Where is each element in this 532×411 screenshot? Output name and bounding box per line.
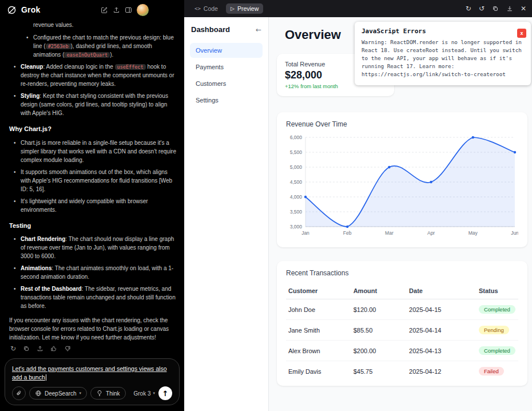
- cell-customer: Jane Smith: [286, 320, 351, 341]
- upload-icon[interactable]: [37, 345, 43, 352]
- close-icon[interactable]: ✕: [521, 5, 526, 13]
- deepsearch-button[interactable]: DeepSearch ▾: [29, 387, 87, 400]
- svg-text:May: May: [469, 230, 478, 236]
- svg-text:3,000: 3,000: [290, 224, 303, 230]
- revenue-chart: 6,0005,5005,0004,5004,0003,5003,000JanFe…: [286, 133, 518, 239]
- error-panel-title: JavaScript Errors: [362, 27, 524, 35]
- thumbs-down-icon[interactable]: [64, 345, 71, 352]
- composer-input[interactable]: Let's add the payments customers and set…: [12, 365, 172, 382]
- status-badge: Failed: [479, 367, 504, 376]
- grok-chat-panel: Grok revenue values.•Configured the char…: [0, 0, 184, 411]
- app-root: Grok revenue values.•Configured the char…: [0, 0, 532, 411]
- chat-block: Testing: [9, 221, 176, 231]
- collapse-sidebar-icon[interactable]: ←: [256, 26, 261, 34]
- chat-block: •It supports smooth animations out of th…: [14, 168, 176, 193]
- transactions-title: Recent Transactions: [286, 269, 518, 277]
- grok-header: Grok: [0, 0, 184, 19]
- svg-text:6,000: 6,000: [290, 135, 303, 140]
- composer-toolbar: DeepSearch ▾ Think Grok 3 ▾ ↑: [12, 386, 172, 400]
- share-icon[interactable]: [113, 6, 120, 14]
- workbench-panel: <> Code ▷ Preview ↻ ↺ ✕: [184, 0, 532, 411]
- composer: Let's add the payments customers and set…: [5, 358, 180, 405]
- preview-sidebar-nav: OverviewPaymentsCustomersSettings: [190, 43, 263, 108]
- assistant-message: revenue values.•Configured the chart to …: [0, 19, 184, 342]
- column-header: Customer: [286, 283, 351, 299]
- panel-toggle-icon[interactable]: [125, 6, 132, 14]
- table-row: Jane Smith$85.502025-04-14Pending: [286, 320, 518, 341]
- play-icon: ▷: [231, 6, 235, 11]
- cell-date: 2025-04-15: [407, 299, 477, 320]
- user-avatar[interactable]: [137, 4, 149, 16]
- cell-status: Completed: [477, 341, 518, 361]
- chat-block: •Animations: The chart animates smoothly…: [14, 264, 176, 281]
- preview-tab-label: Preview: [237, 5, 259, 12]
- cell-date: 2025-04-13: [407, 341, 477, 361]
- chat-block: •It's lightweight and widely compatible …: [14, 197, 176, 214]
- chat-blocks: revenue values.•Configured the chart to …: [9, 21, 176, 342]
- transactions-table: CustomerAmountDateStatus John Doe$120.00…: [286, 283, 518, 381]
- cell-customer: Emily Davis: [286, 361, 351, 382]
- chat-block: •Configured the chart to match the previ…: [26, 33, 176, 59]
- js-errors-panel: JavaScript Errors x Warning: ReactDOM.re…: [355, 22, 531, 85]
- think-label: Think: [106, 390, 120, 397]
- chat-block: If you encounter any issues with the cha…: [9, 316, 176, 342]
- status-badge: Completed: [479, 346, 515, 355]
- column-header: Status: [477, 283, 518, 299]
- svg-text:5,500: 5,500: [290, 149, 303, 155]
- cell-amount: $45.75: [351, 361, 407, 382]
- error-message: Warning: ReactDOM.render is no longer su…: [362, 38, 523, 78]
- send-button[interactable]: ↑: [158, 386, 172, 400]
- compose-icon[interactable]: [101, 6, 108, 14]
- svg-text:Jan: Jan: [301, 230, 309, 236]
- text-cursor: [46, 374, 46, 381]
- revenue-chart-card: Revenue Over Time 6,0005,5005,0004,5004,…: [277, 112, 527, 247]
- think-button[interactable]: Think: [90, 387, 125, 400]
- refresh-icon[interactable]: ↻: [466, 5, 471, 13]
- history-icon[interactable]: ↺: [479, 5, 485, 13]
- copy-icon[interactable]: [23, 345, 30, 352]
- attach-button[interactable]: [12, 386, 26, 400]
- tab-preview[interactable]: ▷ Preview: [226, 3, 263, 14]
- grok-logo-icon: [7, 5, 17, 15]
- status-badge: Pending: [479, 326, 509, 334]
- cell-date: 2025-04-14: [407, 320, 477, 341]
- sidebar-item-customers[interactable]: Customers: [190, 76, 263, 91]
- preview-sidebar: Dashboard ← OverviewPaymentsCustomersSet…: [184, 17, 269, 411]
- cell-date: 2025-04-12: [407, 361, 477, 382]
- transactions-tbody: John Doe$120.002025-04-15CompletedJane S…: [286, 299, 518, 382]
- cell-status: Completed: [477, 299, 518, 320]
- svg-text:4,500: 4,500: [290, 179, 303, 185]
- sidebar-header: Dashboard ←: [190, 25, 263, 34]
- sidebar-item-payments[interactable]: Payments: [190, 60, 263, 74]
- download-icon[interactable]: [506, 5, 513, 12]
- inline-code: #2563eb: [46, 44, 71, 49]
- column-header: Amount: [351, 283, 407, 299]
- column-header: Date: [407, 283, 477, 299]
- chat-block: •Rest of the Dashboard: The sidebar, rev…: [14, 284, 176, 310]
- preview-main: Overview Total Revenue $28,000 +12% from…: [269, 17, 532, 411]
- model-selector[interactable]: Grok 3 ▾: [133, 390, 155, 397]
- composer-text: Let's add the payments customers and set…: [12, 365, 166, 381]
- model-label: Grok 3: [133, 390, 150, 397]
- regenerate-icon[interactable]: ↻: [10, 345, 16, 353]
- svg-text:4,000: 4,000: [290, 194, 303, 200]
- cell-amount: $85.50: [351, 320, 407, 341]
- chat-block: revenue values.: [33, 21, 176, 29]
- close-icon[interactable]: x: [517, 29, 526, 38]
- svg-text:Feb: Feb: [343, 230, 352, 236]
- svg-text:Apr: Apr: [427, 230, 435, 236]
- lightbulb-icon: [96, 390, 103, 397]
- copy-icon[interactable]: [492, 5, 499, 12]
- table-row: John Doe$120.002025-04-15Completed: [286, 299, 518, 320]
- table-row: Alex Brown$200.002025-04-13Completed: [286, 341, 518, 361]
- chart-title: Revenue Over Time: [286, 120, 518, 128]
- chevron-down-icon: ▾: [80, 391, 82, 396]
- tab-code[interactable]: <> Code: [190, 3, 223, 14]
- thumbs-up-icon[interactable]: [50, 345, 57, 352]
- sidebar-item-overview[interactable]: Overview: [190, 43, 263, 58]
- paperclip-icon: [15, 390, 22, 397]
- chat-block: •Styling: Kept the chart styling consist…: [14, 92, 176, 117]
- cell-customer: John Doe: [286, 299, 351, 320]
- workbench-toolbar: <> Code ▷ Preview ↻ ↺ ✕: [184, 0, 532, 17]
- sidebar-item-settings[interactable]: Settings: [190, 93, 263, 108]
